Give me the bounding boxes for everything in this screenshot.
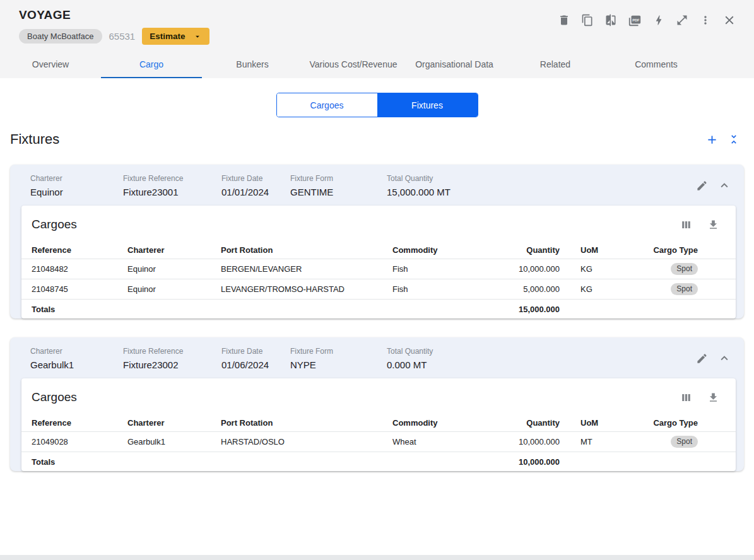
- estimate-button[interactable]: Estimate: [142, 28, 209, 45]
- totals-row: Totals 10,000.000: [21, 452, 736, 471]
- col-cargo-type: Cargo Type: [620, 418, 726, 428]
- toggle-fixtures-button[interactable]: Fixtures: [377, 93, 478, 117]
- bolt-icon[interactable]: [652, 14, 665, 26]
- tab-cargo[interactable]: Cargo: [101, 50, 202, 78]
- caret-down-icon: [193, 32, 202, 41]
- totals-row: Totals 15,000.000: [21, 299, 736, 318]
- cargo-type-badge: Spot: [671, 263, 698, 275]
- cell-reference: 21048482: [32, 264, 127, 274]
- header-actions: PDF: [558, 11, 736, 29]
- totals-label: Totals: [32, 457, 127, 467]
- delete-icon[interactable]: [558, 14, 570, 26]
- cell-charterer: Equinor: [127, 264, 221, 274]
- fixture-field-charterer: Charterer Gearbulk1: [30, 347, 123, 370]
- col-commodity: Commodity: [392, 245, 493, 255]
- tab-bar: Overview Cargo Bunkers Various Cost/Reve…: [0, 50, 754, 78]
- more-vert-icon[interactable]: [699, 14, 712, 26]
- cell-quantity: 10,000.000: [493, 437, 560, 446]
- tab-comments[interactable]: Comments: [606, 50, 707, 78]
- fixture-field-date: Fixture Date 01/01/2024: [221, 174, 290, 197]
- cell-uom: KG: [560, 284, 620, 294]
- fixture-field-date: Fixture Date 01/06/2024: [221, 347, 290, 370]
- cell-uom: MT: [560, 437, 620, 446]
- tab-organisational-data[interactable]: Organisational Data: [404, 50, 505, 78]
- tab-overview[interactable]: Overview: [0, 50, 101, 78]
- edit-icon[interactable]: [696, 353, 708, 365]
- estimate-button-label: Estimate: [150, 32, 185, 41]
- cargoes-fixtures-toggle: Cargoes Fixtures: [276, 93, 478, 117]
- cargoes-table: Reference Charterer Port Rotation Commod…: [21, 242, 736, 318]
- cargoes-card-title: Cargoes: [32, 390, 77, 404]
- fixture-field-total-quantity: Total Quantity 0.000 MT: [387, 347, 696, 370]
- col-uom: UoM: [560, 245, 620, 255]
- cargoes-card-title: Cargoes: [32, 218, 77, 231]
- compare-icon[interactable]: [604, 14, 617, 26]
- cell-port-rotation: LEVANGER/TROMSO-HARSTAD: [221, 284, 392, 294]
- close-icon[interactable]: [722, 13, 736, 27]
- cargoes-card: Cargoes Reference Charterer Port Rotatio…: [21, 378, 736, 471]
- col-uom: UoM: [560, 418, 620, 428]
- table-row[interactable]: 21048745 Equinor LEVANGER/TROMSO-HARSTAD…: [21, 279, 736, 299]
- fixture-field-reference: Fixture Reference Fixture23002: [123, 347, 221, 370]
- duplicate-icon[interactable]: [581, 14, 594, 26]
- col-port-rotation: Port Rotation: [221, 245, 392, 255]
- totals-quantity: 15,000.000: [493, 305, 560, 314]
- vessel-chip: Boaty McBoatface: [19, 29, 102, 44]
- table-row[interactable]: 21048482 Equinor BERGEN/LEVANGER Fish 10…: [21, 259, 736, 279]
- add-icon[interactable]: [705, 133, 719, 146]
- toggle-cargoes-button[interactable]: Cargoes: [277, 93, 377, 117]
- download-icon[interactable]: [707, 219, 719, 231]
- col-quantity: Quantity: [493, 418, 560, 428]
- cell-charterer: Equinor: [127, 284, 221, 294]
- fixtures-section-actions: [705, 133, 744, 146]
- cargoes-card: Cargoes Reference Charterer Port Rotatio…: [21, 206, 736, 318]
- svg-text:PDF: PDF: [632, 18, 640, 22]
- fixture-card: Charterer Gearbulk1 Fixture Reference Fi…: [10, 337, 744, 471]
- tab-various-cost-revenue[interactable]: Various Cost/Revenue: [303, 50, 404, 78]
- col-commodity: Commodity: [392, 418, 493, 428]
- col-cargo-type: Cargo Type: [620, 245, 726, 255]
- fixtures-section-title: Fixtures: [10, 131, 59, 148]
- fixture-card: Charterer Equinor Fixture Reference Fixt…: [10, 165, 744, 318]
- tab-bunkers[interactable]: Bunkers: [202, 50, 303, 78]
- col-quantity: Quantity: [493, 245, 560, 255]
- cargoes-table-header: Reference Charterer Port Rotation Commod…: [21, 242, 736, 259]
- cell-reference: 21049028: [32, 437, 127, 446]
- fixture-field-form: Fixture Form GENTIME: [290, 174, 387, 197]
- chevron-up-icon[interactable]: [717, 178, 731, 192]
- cell-cargo-type: Spot: [620, 263, 726, 275]
- title-block: VOYAGE Boaty McBoatface 65531 Estimate: [19, 8, 209, 45]
- cell-cargo-type: Spot: [620, 283, 726, 295]
- fixture-field-reference: Fixture Reference Fixture23001: [123, 174, 221, 197]
- cargoes-table-header: Reference Charterer Port Rotation Commod…: [21, 414, 736, 431]
- cargoes-table: Reference Charterer Port Rotation Commod…: [21, 414, 736, 471]
- pdf-icon[interactable]: PDF: [628, 13, 642, 27]
- col-reference: Reference: [32, 418, 127, 428]
- expand-icon[interactable]: [676, 14, 688, 26]
- cell-reference: 21048745: [32, 284, 127, 294]
- cargo-type-badge: Spot: [671, 436, 698, 448]
- cell-commodity: Wheat: [392, 437, 493, 446]
- cell-port-rotation: BERGEN/LEVANGER: [221, 264, 392, 274]
- fixture-field-total-quantity: Total Quantity 15,000.000 MT: [387, 174, 696, 197]
- columns-icon[interactable]: [680, 219, 692, 231]
- col-reference: Reference: [32, 245, 127, 255]
- totals-label: Totals: [32, 305, 127, 314]
- cell-quantity: 5,000.000: [493, 284, 560, 294]
- cell-port-rotation: HARSTAD/OSLO: [221, 437, 392, 446]
- tab-related[interactable]: Related: [505, 50, 606, 78]
- download-icon[interactable]: [707, 392, 719, 404]
- dialog-header: VOYAGE Boaty McBoatface 65531 Estimate P…: [0, 0, 754, 78]
- fixture-header: Charterer Equinor Fixture Reference Fixt…: [10, 165, 744, 206]
- cell-commodity: Fish: [392, 264, 493, 274]
- edit-icon[interactable]: [696, 180, 708, 192]
- cell-charterer: Gearbulk1: [127, 437, 221, 446]
- col-charterer: Charterer: [127, 245, 221, 255]
- collapse-all-icon[interactable]: [727, 133, 740, 146]
- chevron-up-icon[interactable]: [717, 351, 731, 365]
- fixture-field-charterer: Charterer Equinor: [30, 174, 123, 197]
- table-row[interactable]: 21049028 Gearbulk1 HARSTAD/OSLO Wheat 10…: [21, 431, 736, 452]
- fixture-field-form: Fixture Form NYPE: [290, 347, 387, 370]
- columns-icon[interactable]: [680, 392, 692, 404]
- cell-cargo-type: Spot: [620, 436, 726, 448]
